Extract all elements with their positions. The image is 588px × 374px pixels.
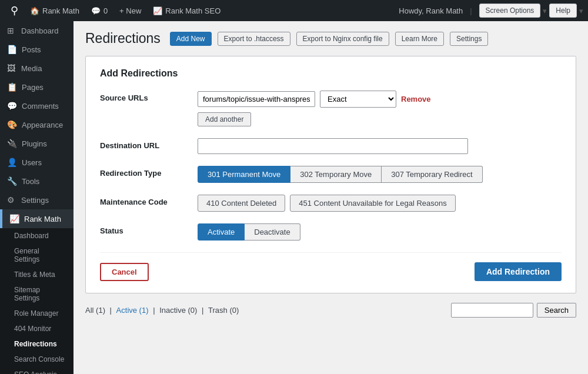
status-buttons-group: Activate Deactivate [198, 223, 562, 241]
sidebar-item-label: Media [21, 64, 42, 73]
plugin-item[interactable]: 📈 Rank Math SEO [147, 0, 226, 21]
card-title: Add Redirections [100, 68, 562, 79]
type-buttons-group: 301 Permanent Move 302 Temporary Move 30… [198, 166, 562, 183]
comments-icon: 💬 [91, 6, 101, 15]
remove-source-button[interactable]: Remove [401, 95, 431, 103]
submenu-item-general[interactable]: General Settings [0, 243, 74, 267]
submenu-item-seo-analysis[interactable]: SEO Analysis [0, 367, 74, 374]
sidebar-item-label: Rank Math [24, 215, 61, 223]
howdy-text: Howdy, Rank Math [399, 6, 463, 15]
plugin-label: Rank Math SEO [165, 6, 220, 15]
rankmath-submenu: Dashboard General Settings Titles & Meta… [0, 228, 74, 374]
filter-right: Search [451, 303, 576, 318]
type-302-button[interactable]: 302 Temporary Move [290, 166, 382, 183]
settings-button[interactable]: Settings [450, 32, 488, 46]
screen-options-button[interactable]: Screen Options [479, 4, 541, 18]
status-label: Status [100, 223, 188, 235]
export-htaccess-button[interactable]: Export to .htaccess [218, 32, 290, 46]
dashboard-icon: 🏠 [30, 6, 39, 15]
submenu-item-titles[interactable]: Titles & Meta [0, 267, 74, 282]
destination-url-label: Destination URL [100, 138, 188, 150]
add-redirection-button[interactable]: Add Redirection [475, 262, 562, 281]
sidebar-item-plugins[interactable]: 🔌 Plugins [0, 134, 74, 153]
filter-active-link[interactable]: Active (1) [116, 306, 149, 315]
rankmath-icon: 📈 [153, 6, 162, 15]
submenu-item-redirections[interactable]: Redirections [0, 336, 74, 352]
comments-icon: 💬 [7, 101, 17, 111]
filter-links: All (1) | Active (1) | Inactive (0) | Tr… [85, 306, 239, 315]
settings-icon: ⚙ [7, 195, 16, 205]
site-name-item[interactable]: 🏠 Rank Math [24, 0, 85, 21]
submenu-item-role[interactable]: Role Manager [0, 306, 74, 321]
activate-button[interactable]: Activate [198, 223, 245, 241]
source-type-select[interactable]: Exact Regex Contains Starts With [320, 91, 396, 108]
rankmath-icon: 📈 [9, 214, 19, 223]
sidebar-item-label: Comments [22, 102, 59, 111]
comments-item[interactable]: 💬 0 [85, 0, 113, 21]
destination-url-input[interactable] [198, 138, 468, 154]
source-url-input[interactable] [198, 91, 315, 107]
type-301-button[interactable]: 301 Permanent Move [198, 166, 290, 183]
maintenance-code-row: Maintenance Code 410 Content Deleted 451… [100, 195, 562, 212]
plugins-icon: 🔌 [7, 139, 17, 148]
cancel-button[interactable]: Cancel [100, 263, 149, 281]
sidebar-item-dashboard[interactable]: ⊞ Dashboard [0, 21, 74, 40]
sidebar-item-label: Posts [22, 45, 41, 54]
submenu-item-search-console[interactable]: Search Console [0, 352, 74, 367]
users-icon: 👤 [7, 158, 17, 167]
wp-logo-icon: ⚲ [11, 4, 18, 17]
status-row: Status Activate Deactivate [100, 223, 562, 241]
sidebar: ⊞ Dashboard 📄 Posts 🖼 Media 📋 Pages 💬 Co… [0, 21, 74, 374]
sidebar-item-tools[interactable]: 🔧 Tools [0, 172, 74, 191]
search-button[interactable]: Search [537, 303, 576, 318]
sidebar-item-pages[interactable]: 📋 Pages [0, 78, 74, 96]
sidebar-item-label: Tools [22, 177, 39, 186]
learn-more-button[interactable]: Learn More [395, 32, 444, 46]
search-input[interactable] [451, 303, 533, 318]
submenu-item-404[interactable]: 404 Monitor [0, 321, 74, 336]
sidebar-item-posts[interactable]: 📄 Posts [0, 40, 74, 59]
sidebar-item-users[interactable]: 👤 Users [0, 153, 74, 172]
site-name: Rank Math [42, 6, 79, 15]
comments-count: 0 [103, 6, 108, 15]
form-actions: Cancel Add Redirection [100, 252, 562, 281]
sidebar-item-appearance[interactable]: 🎨 Appearance [0, 115, 74, 134]
admin-bar: ⚲ 🏠 Rank Math 💬 0 + New 📈 Rank Math SEO … [0, 0, 588, 21]
page-title: Redirections [85, 31, 161, 46]
appearance-icon: 🎨 [7, 120, 17, 129]
posts-icon: 📄 [7, 45, 17, 54]
add-another-button[interactable]: Add another [198, 112, 251, 126]
filter-trash: Trash (0) [208, 306, 239, 315]
filter-all-label: All ( [85, 306, 98, 315]
wp-logo-item[interactable]: ⚲ [5, 0, 24, 21]
sidebar-item-media[interactable]: 🖼 Media [0, 59, 74, 78]
maint-451-button[interactable]: 451 Content Unavailable for Legal Reason… [290, 195, 456, 212]
source-urls-row: Source URLs Exact Regex Contains Starts … [100, 91, 562, 126]
add-new-button[interactable]: Add New [170, 32, 212, 46]
pages-icon: 📋 [7, 82, 17, 92]
filter-bar: All (1) | Active (1) | Inactive (0) | Tr… [85, 303, 576, 318]
new-item[interactable]: + New [113, 0, 147, 21]
deactivate-button[interactable]: Deactivate [245, 223, 300, 241]
type-307-button[interactable]: 307 Temporary Redirect [382, 166, 483, 183]
sidebar-item-settings[interactable]: ⚙ Settings [0, 191, 74, 209]
page-title-row: Redirections Add New Export to .htaccess… [85, 31, 576, 46]
submenu-item-dashboard[interactable]: Dashboard [0, 228, 74, 243]
filter-all-count: 1 [98, 306, 102, 315]
submenu-item-sitemap[interactable]: Sitemap Settings [0, 282, 74, 306]
destination-url-row: Destination URL [100, 138, 562, 154]
sidebar-item-label: Users [22, 158, 42, 167]
new-label: + New [119, 6, 141, 15]
sidebar-item-label: Settings [21, 196, 49, 205]
sidebar-item-comments[interactable]: 💬 Comments [0, 96, 74, 115]
help-button[interactable]: Help [549, 4, 577, 18]
export-nginx-button[interactable]: Export to Nginx config file [296, 32, 389, 46]
filter-inactive: Inactive (0) [159, 306, 197, 315]
sidebar-item-label: Appearance [22, 121, 63, 129]
sidebar-item-rankmath[interactable]: 📈 Rank Math [0, 209, 74, 228]
sidebar-item-label: Plugins [22, 139, 47, 148]
sidebar-item-label: Pages [22, 83, 44, 92]
source-urls-label: Source URLs [100, 91, 188, 102]
dashboard-icon: ⊞ [7, 26, 16, 35]
maint-410-button[interactable]: 410 Content Deleted [198, 195, 285, 212]
